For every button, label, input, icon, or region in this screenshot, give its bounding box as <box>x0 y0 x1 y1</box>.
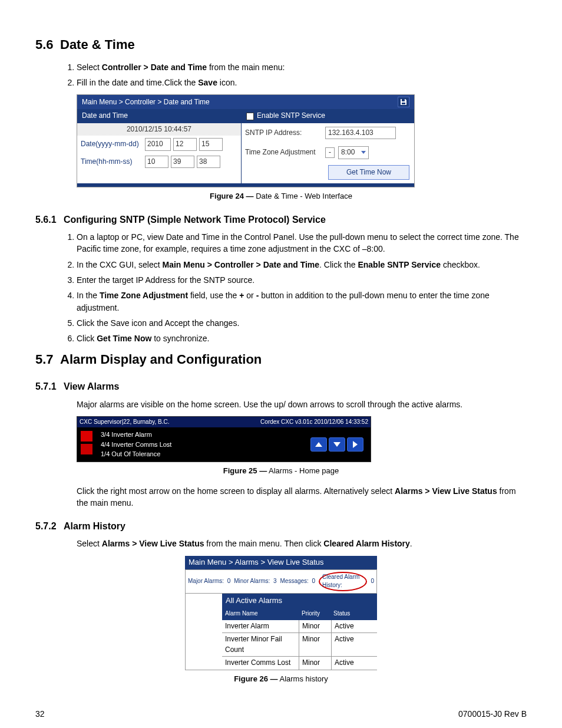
date-label: Date(yyyy-mm-dd) <box>81 139 143 149</box>
edit-icon <box>81 444 92 454</box>
page-footer: 32 0700015-J0 Rev B <box>35 708 527 720</box>
paragraph: Select Alarms > View Live Status from th… <box>77 538 527 549</box>
table-row: Inverter Comms LostMinorActive <box>222 657 377 670</box>
section-5-7-1-heading: 5.7.1View Alarms <box>35 380 527 393</box>
month-input[interactable]: 12 <box>173 138 197 150</box>
chevron-down-icon <box>361 151 366 154</box>
bell-icon <box>81 431 92 442</box>
table-row: Inverter AlarmMinorActive <box>222 620 377 633</box>
alarm-list: 3/4 Inverter Alarm4/4 Inverter Comms Los… <box>101 430 171 459</box>
second-input[interactable]: 38 <box>197 156 220 168</box>
tz-label: Time Zone Adjustment <box>245 147 322 157</box>
save-icon[interactable] <box>398 97 409 107</box>
year-input[interactable]: 2010 <box>145 138 171 150</box>
get-time-now-button[interactable]: Get Time Now <box>328 165 409 180</box>
figure-24-date-time-panel: Main Menu > Controller > Date and Time D… <box>77 94 415 187</box>
step: On a laptop or PC, view Date and Time in… <box>77 231 527 255</box>
step: Click Get Time Now to synchronize. <box>77 332 527 344</box>
chevron-down-icon <box>333 442 340 447</box>
doc-id: 0700015-J0 Rev B <box>458 708 527 720</box>
cleared-alarm-history-link[interactable]: Cleared Alarm History: <box>319 572 367 591</box>
paragraph: Click the right most arrow on the home s… <box>77 485 527 509</box>
time-label: Time(hh-mm-ss) <box>81 157 143 167</box>
status-left: CXC Supervisor|22, Burnaby, B.C. <box>80 418 169 427</box>
status-right: Cordex CXC v3.01c 2010/12/06 14:33:52 <box>260 418 368 427</box>
section-5-6-1-steps: On a laptop or PC, view Date and Time in… <box>35 231 527 344</box>
chevron-up-icon <box>315 442 322 447</box>
current-datetime: 2010/12/15 10:44:57 <box>77 123 241 136</box>
figure-26-caption: Figure 26 — Alarms history <box>35 674 527 685</box>
table-header: Alarm NamePriorityStatus <box>222 608 377 620</box>
section-5-6-steps: Select Controller > Date and Time from t… <box>35 61 527 89</box>
tz-dropdown[interactable]: 8:00 <box>338 146 369 159</box>
sntp-ip-label: SNTP IP Address: <box>245 128 322 138</box>
sntp-ip-input[interactable]: 132.163.4.103 <box>325 127 396 139</box>
step-1: Select Controller > Date and Time from t… <box>77 61 527 73</box>
figure-25-alarms-home: CXC Supervisor|22, Burnaby, B.C.Cordex C… <box>77 416 371 462</box>
sntp-header: Enable SNTP Service <box>242 109 414 123</box>
page-number: 32 <box>35 708 45 720</box>
breadcrumb: Main Menu > Alarms > View Live Status <box>185 556 377 569</box>
svg-rect-1 <box>402 103 405 104</box>
day-input[interactable]: 15 <box>199 138 223 150</box>
section-5-6-heading: 5.6Date & Time <box>35 35 527 54</box>
chevron-right-icon <box>353 441 358 448</box>
step: Click the Save icon and Accept the chang… <box>77 317 527 329</box>
step: In the CXC GUI, select Main Menu > Contr… <box>77 259 527 271</box>
hour-input[interactable]: 10 <box>145 156 168 168</box>
minute-input[interactable]: 39 <box>171 156 194 168</box>
table-row: Inverter Minor Fail CountMinorActive <box>222 633 377 657</box>
table-title: All Active Alarms <box>222 594 377 608</box>
figure-25-caption: Figure 25 — Alarms - Home page <box>35 466 527 477</box>
figure-26-alarm-history: Main Menu > Alarms > View Live Status Ma… <box>185 556 377 670</box>
section-5-7-2-heading: 5.7.2Alarm History <box>35 519 527 533</box>
scroll-down-button[interactable] <box>329 437 345 452</box>
view-all-button[interactable] <box>347 437 363 452</box>
tz-sign-button[interactable]: - <box>325 147 335 158</box>
step-2: Fill in the date and time.Click the Save… <box>77 77 527 88</box>
breadcrumb: Main Menu > Controller > Date and Time <box>77 95 414 109</box>
figure-24-caption: Figure 24 — Date & Time - Web Interface <box>35 191 527 202</box>
scroll-up-button[interactable] <box>310 437 327 452</box>
svg-rect-0 <box>402 99 405 101</box>
enable-sntp-checkbox[interactable] <box>246 113 254 120</box>
date-time-header: Date and Time <box>77 109 241 123</box>
paragraph: Major alarms are visible on the home scr… <box>77 398 527 410</box>
step: In the Time Zone Adjustment field, use t… <box>77 289 527 314</box>
sidebar <box>185 594 222 670</box>
step: Enter the target IP Address for the SNTP… <box>77 274 527 286</box>
section-5-7-heading: 5.7Alarm Display and Configuration <box>35 350 527 369</box>
status-bar: Major Alarms: 0 Minor Alarms: 3 Messages… <box>185 569 377 594</box>
section-5-6-1-heading: 5.6.1Configuring SNTP (Simple Network Ti… <box>35 213 527 226</box>
